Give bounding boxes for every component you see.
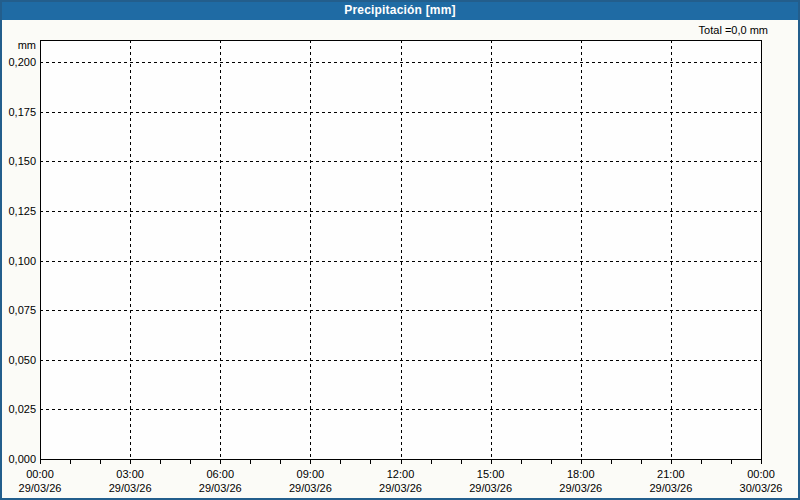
plot-area <box>40 40 761 459</box>
chart-window: Precipitación [mm] Total =0,0 mm 0,2000,… <box>0 0 800 500</box>
y-tick-label: 0,175 <box>8 106 36 118</box>
y-tick-label: 0,200 <box>8 56 36 68</box>
y-tick-label: 0,100 <box>8 255 36 267</box>
y-tick-label: 0,050 <box>8 354 36 366</box>
x-tick-time-label: 00:00 <box>26 468 54 480</box>
y-axis-unit-label: mm <box>18 39 36 51</box>
precipitation-plot: 0,2000,1750,1500,1250,1000,0750,0500,025… <box>0 0 800 500</box>
x-tick-time-label: 09:00 <box>297 468 325 480</box>
x-tick-time-label: 18:00 <box>567 468 595 480</box>
x-tick-date-label: 29/03/26 <box>199 482 242 494</box>
x-tick-date-label: 29/03/26 <box>289 482 332 494</box>
x-tick-time-label: 12:00 <box>387 468 415 480</box>
y-tick-label: 0,150 <box>8 155 36 167</box>
x-tick-date-label: 29/03/26 <box>109 482 152 494</box>
x-tick-date-label: 29/03/26 <box>19 482 62 494</box>
x-tick-date-label: 30/03/26 <box>740 482 783 494</box>
x-tick-time-label: 00:00 <box>747 468 775 480</box>
y-tick-label: 0,075 <box>8 304 36 316</box>
y-tick-label: 0,025 <box>8 403 36 415</box>
x-tick-date-label: 29/03/26 <box>559 482 602 494</box>
y-tick-label: 0,000 <box>8 453 36 465</box>
x-tick-date-label: 29/03/26 <box>379 482 422 494</box>
y-tick-label: 0,125 <box>8 205 36 217</box>
x-tick-time-label: 06:00 <box>206 468 234 480</box>
x-tick-time-label: 21:00 <box>657 468 685 480</box>
x-tick-time-label: 15:00 <box>477 468 505 480</box>
x-tick-date-label: 29/03/26 <box>469 482 512 494</box>
x-tick-time-label: 03:00 <box>116 468 144 480</box>
x-tick-date-label: 29/03/26 <box>649 482 692 494</box>
